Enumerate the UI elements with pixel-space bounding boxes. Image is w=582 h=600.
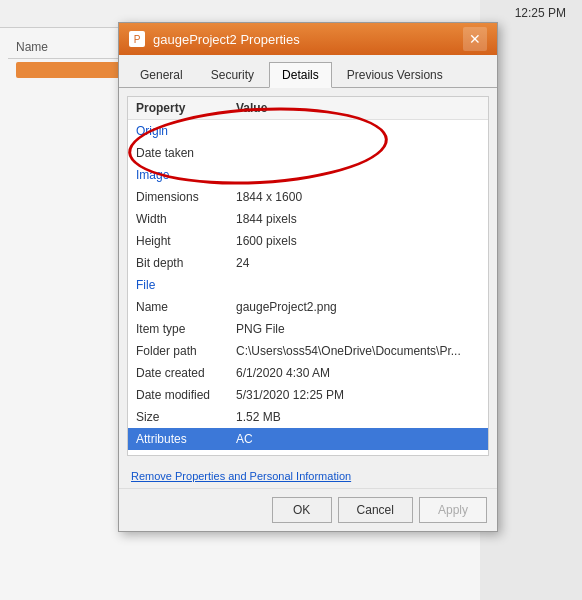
dialog-content-area[interactable]: Property Value Origin Date taken Image D… (127, 96, 489, 456)
property-table-header: Property Value (128, 97, 488, 120)
row-width[interactable]: Width 1844 pixels (128, 208, 488, 230)
ok-button[interactable]: OK (272, 497, 332, 523)
row-availability[interactable]: Availability (128, 450, 488, 456)
tab-previous-versions[interactable]: Previous Versions (334, 62, 456, 88)
prop-availability: Availability (136, 454, 236, 456)
row-name[interactable]: Name gaugeProject2.png (128, 296, 488, 318)
remove-properties-link[interactable]: Remove Properties and Personal Informati… (119, 464, 497, 488)
val-dimensions: 1844 x 1600 (236, 190, 480, 204)
dialog-titlebar: P gaugeProject2 Properties ✕ (119, 23, 497, 55)
prop-date-taken: Date taken (136, 146, 236, 160)
tab-general[interactable]: General (127, 62, 196, 88)
prop-date-modified: Date modified (136, 388, 236, 402)
dialog-close-button[interactable]: ✕ (463, 27, 487, 51)
row-folder-path[interactable]: Folder path C:\Users\oss54\OneDrive\Docu… (128, 340, 488, 362)
row-dimensions[interactable]: Dimensions 1844 x 1600 (128, 186, 488, 208)
section-origin: Origin (128, 120, 488, 142)
prop-name: Name (136, 300, 236, 314)
row-date-taken[interactable]: Date taken (128, 142, 488, 164)
val-bit-depth: 24 (236, 256, 480, 270)
prop-height: Height (136, 234, 236, 248)
prop-width: Width (136, 212, 236, 226)
section-image: Image (128, 164, 488, 186)
prop-bit-depth: Bit depth (136, 256, 236, 270)
dialog-button-row: OK Cancel Apply (119, 488, 497, 531)
col-property-header: Property (136, 101, 236, 115)
val-date-created: 6/1/2020 4:30 AM (236, 366, 480, 380)
dialog-icon-text: P (134, 34, 141, 45)
val-width: 1844 pixels (236, 212, 480, 226)
row-attributes[interactable]: Attributes AC (128, 428, 488, 450)
row-size[interactable]: Size 1.52 MB (128, 406, 488, 428)
row-bit-depth[interactable]: Bit depth 24 (128, 252, 488, 274)
val-item-type: PNG File (236, 322, 480, 336)
row-item-type[interactable]: Item type PNG File (128, 318, 488, 340)
dialog-icon: P (129, 31, 145, 47)
val-size: 1.52 MB (236, 410, 480, 424)
val-folder-path: C:\Users\oss54\OneDrive\Documents\Pr... (236, 344, 480, 358)
cancel-button[interactable]: Cancel (338, 497, 413, 523)
row-date-modified[interactable]: Date modified 5/31/2020 12:25 PM (128, 384, 488, 406)
prop-date-created: Date created (136, 366, 236, 380)
row-height[interactable]: Height 1600 pixels (128, 230, 488, 252)
apply-button[interactable]: Apply (419, 497, 487, 523)
dialog-title: gaugeProject2 Properties (153, 32, 463, 47)
properties-dialog: P gaugeProject2 Properties ✕ General Sec… (118, 22, 498, 532)
val-attributes: AC (236, 432, 480, 446)
tab-security[interactable]: Security (198, 62, 267, 88)
dialog-tabs: General Security Details Previous Versio… (119, 55, 497, 88)
prop-dimensions: Dimensions (136, 190, 236, 204)
val-date-modified: 5/31/2020 12:25 PM (236, 388, 480, 402)
val-height: 1600 pixels (236, 234, 480, 248)
val-name: gaugeProject2.png (236, 300, 480, 314)
system-clock: 12:25 PM (515, 6, 566, 20)
prop-folder-path: Folder path (136, 344, 236, 358)
col-value-header: Value (236, 101, 480, 115)
prop-attributes: Attributes (136, 432, 236, 446)
prop-item-type: Item type (136, 322, 236, 336)
tab-details[interactable]: Details (269, 62, 332, 88)
section-file: File (128, 274, 488, 296)
prop-size: Size (136, 410, 236, 424)
row-date-created[interactable]: Date created 6/1/2020 4:30 AM (128, 362, 488, 384)
